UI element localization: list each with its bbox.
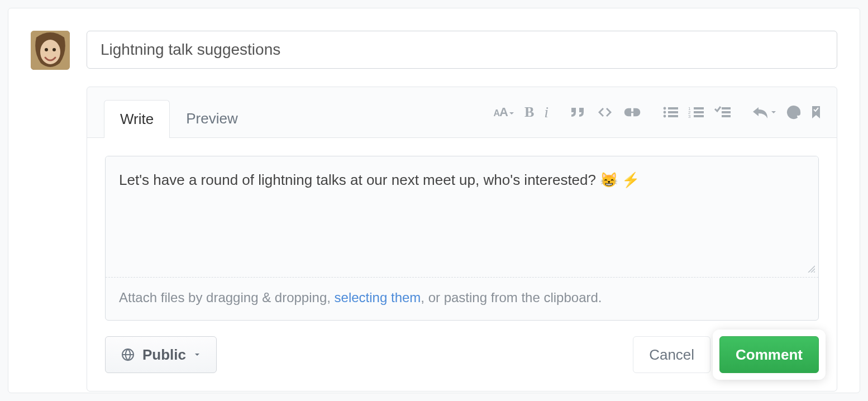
svg-rect-18 (722, 115, 731, 117)
insert-group (570, 106, 641, 119)
quote-icon[interactable] (570, 106, 586, 119)
svg-rect-11 (694, 107, 704, 109)
title-input[interactable] (87, 31, 837, 69)
editor-body: Attach files by dragging & dropping, sel… (87, 137, 837, 321)
italic-icon[interactable]: i (544, 103, 549, 121)
mention-icon[interactable] (786, 105, 801, 120)
svg-rect-16 (722, 107, 731, 109)
svg-rect-7 (668, 111, 678, 113)
cancel-button[interactable]: Cancel (633, 336, 710, 373)
title-row (31, 31, 837, 70)
editor-footer: Public Cancel Comment (87, 321, 837, 391)
avatar (31, 31, 70, 70)
textarea-container: Attach files by dragging & dropping, sel… (105, 156, 819, 321)
bullet-list-icon[interactable] (662, 106, 678, 119)
tab-preview-label: Preview (186, 110, 237, 127)
svg-point-2 (45, 48, 48, 51)
tab-preview[interactable]: Preview (170, 99, 254, 137)
globe-icon (121, 348, 135, 361)
comment-label: Comment (736, 346, 803, 364)
svg-point-4 (664, 107, 666, 110)
code-icon[interactable] (597, 106, 613, 119)
formatting-toolbar: AA B i (493, 87, 826, 137)
cancel-label: Cancel (649, 346, 694, 364)
list-group: 123 (662, 106, 731, 119)
comment-composer-card: Write Preview AA B i (8, 8, 860, 393)
svg-point-6 (664, 111, 666, 114)
bookmark-icon[interactable] (811, 105, 821, 120)
editor: Write Preview AA B i (87, 87, 837, 392)
text-size-icon[interactable]: AA (493, 105, 514, 120)
editor-tabs: Write Preview (104, 87, 254, 137)
svg-rect-13 (694, 111, 704, 113)
tab-write-label: Write (120, 111, 154, 127)
visibility-dropdown[interactable]: Public (105, 336, 217, 373)
svg-text:3: 3 (688, 114, 691, 119)
link-icon[interactable] (623, 107, 641, 118)
svg-rect-9 (668, 115, 678, 117)
submit-halo: Comment (714, 331, 824, 379)
comment-textarea[interactable] (106, 156, 818, 262)
numbered-list-icon[interactable]: 123 (688, 106, 704, 119)
svg-point-8 (664, 115, 666, 118)
chevron-down-icon (194, 351, 201, 358)
svg-point-3 (53, 48, 56, 51)
visibility-label: Public (142, 346, 186, 364)
comment-button[interactable]: Comment (719, 336, 819, 373)
attach-select-link[interactable]: selecting them (335, 290, 421, 305)
svg-rect-5 (668, 107, 678, 109)
reply-icon[interactable] (752, 106, 776, 118)
resize-grip-icon[interactable] (106, 265, 818, 278)
text-style-group: AA B i (493, 103, 549, 121)
editor-tabbar: Write Preview AA B i (87, 87, 837, 137)
attach-text-before: Attach files by dragging & dropping, (119, 290, 335, 305)
attach-files-hint: Attach files by dragging & dropping, sel… (106, 278, 818, 320)
svg-rect-17 (722, 111, 731, 113)
tab-write[interactable]: Write (104, 100, 170, 138)
attach-text-after: , or pasting from the clipboard. (421, 290, 602, 305)
editor-wrap: Write Preview AA B i (87, 87, 837, 392)
misc-group (752, 105, 821, 120)
bold-icon[interactable]: B (524, 104, 534, 121)
svg-rect-15 (694, 115, 704, 117)
task-list-icon[interactable] (714, 106, 731, 119)
